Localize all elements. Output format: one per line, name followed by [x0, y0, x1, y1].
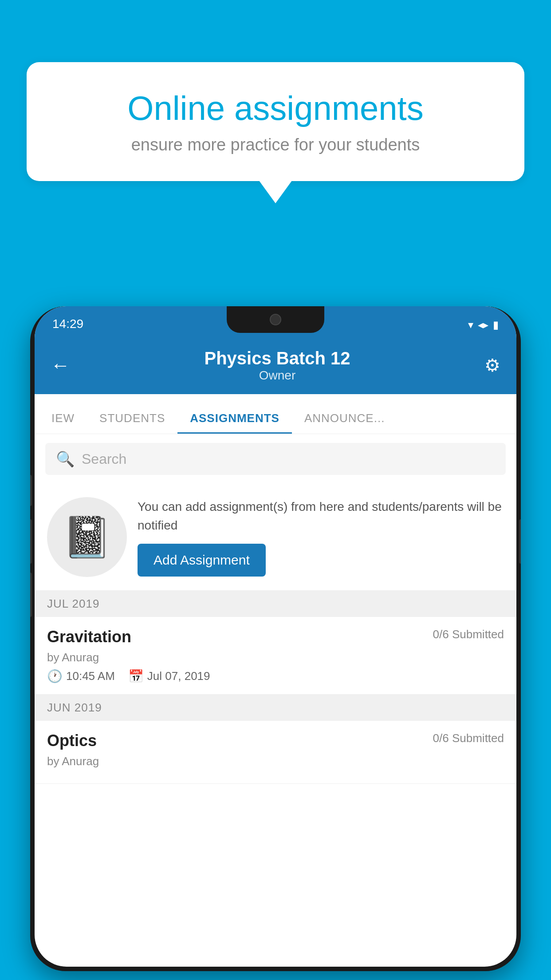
- tab-assignments[interactable]: ASSIGNMENTS: [177, 411, 292, 434]
- tab-iew[interactable]: IEW: [39, 411, 87, 434]
- promo-area: 📓 You can add assignment(s) from here an…: [35, 484, 516, 591]
- tab-students[interactable]: STUDENTS: [87, 411, 177, 434]
- month-label-jun: JUN 2019: [47, 701, 102, 714]
- front-camera: [270, 314, 281, 325]
- back-button[interactable]: ←: [51, 354, 70, 376]
- search-input[interactable]: Search: [82, 451, 126, 467]
- notebook-icon: 📓: [62, 514, 112, 561]
- assignment-by-optics: by Anurag: [47, 755, 504, 768]
- settings-button[interactable]: ⚙: [484, 355, 500, 375]
- submitted-badge-gravitation: 0/6 Submitted: [433, 628, 504, 641]
- volume-down-button: [30, 519, 32, 564]
- battery-icon: ▮: [493, 319, 499, 331]
- time-value: 10:45 AM: [66, 669, 115, 683]
- assignment-by-gravitation: by Anurag: [47, 651, 504, 664]
- app-header: ← Physics Batch 12 Owner ⚙: [35, 336, 516, 394]
- calendar-icon: 📅: [128, 669, 144, 684]
- clock-icon: 🕐: [47, 669, 63, 684]
- search-bar[interactable]: 🔍 Search: [45, 443, 506, 475]
- header-title: Physics Batch 12: [70, 348, 484, 368]
- phone-frame: 14:29 ▾ ◂▸ ▮ ← Physics Batch 12 Owner ⚙ …: [30, 306, 521, 971]
- submitted-badge-optics: 0/6 Submitted: [433, 731, 504, 745]
- power-button: [519, 519, 521, 564]
- assignment-name-gravitation: Gravitation: [47, 628, 131, 646]
- search-container: 🔍 Search: [35, 434, 516, 484]
- speech-bubble-area: Online assignments ensure more practice …: [27, 62, 524, 181]
- tabs-bar: IEW STUDENTS ASSIGNMENTS ANNOUNCE...: [35, 394, 516, 434]
- phone-screen: 14:29 ▾ ◂▸ ▮ ← Physics Batch 12 Owner ⚙ …: [35, 306, 516, 967]
- add-assignment-button[interactable]: Add Assignment: [138, 544, 266, 577]
- assignment-header: Gravitation 0/6 Submitted: [47, 628, 504, 646]
- header-title-area: Physics Batch 12 Owner: [70, 348, 484, 383]
- month-label-jul: JUL 2019: [47, 597, 99, 610]
- bubble-subtitle: ensure more practice for your students: [62, 135, 489, 154]
- date-value: Jul 07, 2019: [147, 669, 210, 683]
- status-icons: ▾ ◂▸ ▮: [468, 319, 499, 331]
- assignment-time: 🕐 10:45 AM: [47, 669, 115, 684]
- wifi-icon: ▾: [468, 319, 473, 331]
- search-icon: 🔍: [56, 450, 75, 468]
- month-separator-jul: JUL 2019: [35, 591, 516, 617]
- phone-notch: [227, 306, 324, 333]
- assignment-item-optics[interactable]: Optics 0/6 Submitted by Anurag: [35, 721, 516, 784]
- assignment-meta-gravitation: 🕐 10:45 AM 📅 Jul 07, 2019: [47, 669, 504, 684]
- assignment-item-gravitation[interactable]: Gravitation 0/6 Submitted by Anurag 🕐 10…: [35, 617, 516, 695]
- tab-announcements[interactable]: ANNOUNCE...: [292, 411, 397, 434]
- assignment-header-optics: Optics 0/6 Submitted: [47, 731, 504, 750]
- assignment-name-optics: Optics: [47, 731, 97, 750]
- promo-text: You can add assignment(s) from here and …: [138, 498, 504, 535]
- speech-bubble: Online assignments ensure more practice …: [27, 62, 524, 181]
- month-separator-jun: JUN 2019: [35, 695, 516, 721]
- promo-content: You can add assignment(s) from here and …: [138, 498, 504, 577]
- header-subtitle: Owner: [70, 368, 484, 383]
- assignment-date: 📅 Jul 07, 2019: [128, 669, 210, 684]
- silent-button: [30, 573, 32, 617]
- promo-icon-circle: 📓: [47, 497, 127, 577]
- signal-icon: ◂▸: [478, 319, 488, 331]
- status-time: 14:29: [52, 317, 83, 331]
- volume-up-button: [30, 475, 32, 506]
- bubble-title: Online assignments: [62, 89, 489, 127]
